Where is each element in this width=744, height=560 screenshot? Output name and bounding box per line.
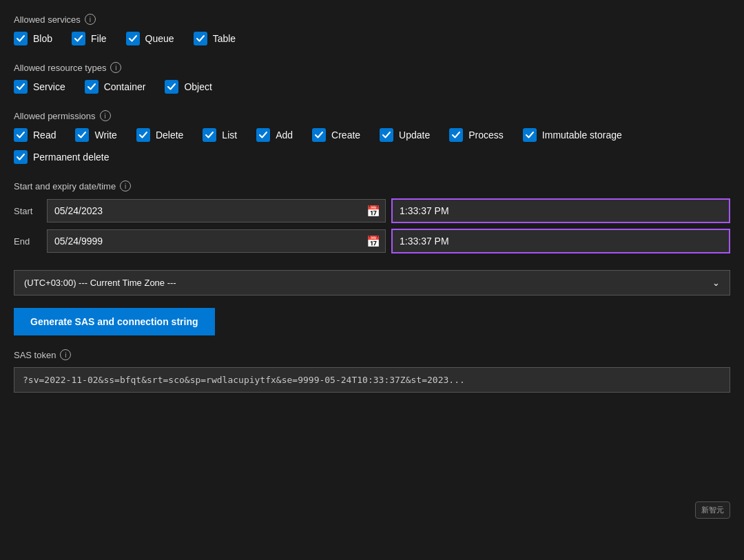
checkbox-delete-box[interactable]	[136, 128, 150, 142]
checkbox-read-label: Read	[33, 129, 56, 141]
sas-token-label: SAS token i	[14, 349, 730, 360]
checkbox-process[interactable]: Process	[449, 128, 504, 142]
end-calendar-icon[interactable]: 📅	[366, 235, 380, 248]
checkbox-file[interactable]: File	[72, 32, 107, 45]
allowed-permissions-info-icon[interactable]: i	[100, 110, 111, 121]
allowed-services-section: Allowed services i Blob File Queue Tabl	[14, 14, 730, 45]
checkbox-write-box[interactable]	[75, 128, 89, 142]
checkbox-permanent-delete[interactable]: Permanent delete	[14, 150, 110, 164]
checkbox-service-label: Service	[33, 81, 65, 92]
allowed-services-group: Blob File Queue Table	[14, 32, 730, 45]
allowed-resource-types-label: Allowed resource types i	[14, 62, 730, 73]
generate-sas-button[interactable]: Generate SAS and connection string	[14, 308, 215, 335]
checkbox-blob[interactable]: Blob	[14, 32, 52, 45]
sas-token-info-icon[interactable]: i	[60, 349, 71, 360]
checkbox-list-label: List	[222, 129, 237, 141]
checkbox-update-label: Update	[399, 129, 430, 141]
checkbox-file-box[interactable]	[72, 32, 85, 45]
checkbox-read[interactable]: Read	[14, 128, 56, 142]
checkbox-add-box[interactable]	[256, 128, 270, 142]
checkbox-update-box[interactable]	[380, 128, 393, 142]
checkbox-process-label: Process	[468, 129, 504, 141]
start-date-row: Start 📅	[14, 198, 730, 223]
end-date-wrapper: 📅	[47, 229, 386, 253]
allowed-services-label: Allowed services i	[14, 14, 730, 25]
allowed-resource-types-group: Service Container Object	[14, 80, 730, 94]
allowed-permissions-section: Allowed permissions i Read Write Delete	[14, 110, 730, 164]
start-date-wrapper: 📅	[47, 199, 386, 222]
end-date-input[interactable]	[47, 229, 386, 253]
checkbox-blob-box[interactable]	[14, 32, 28, 45]
checkbox-permanent-delete-label: Permanent delete	[33, 152, 110, 163]
checkbox-write-label: Write	[94, 129, 116, 141]
checkbox-list[interactable]: List	[203, 128, 237, 142]
checkbox-table-box[interactable]	[194, 32, 207, 45]
start-label: Start	[14, 206, 41, 216]
start-time-input[interactable]	[391, 198, 730, 223]
allowed-permissions-group: Read Write Delete List Add	[14, 128, 730, 164]
checkbox-create-label: Create	[331, 129, 360, 141]
checkbox-add-label: Add	[276, 129, 293, 141]
checkbox-file-label: File	[91, 33, 107, 44]
checkbox-queue-box[interactable]	[126, 32, 140, 45]
checkbox-create[interactable]: Create	[312, 128, 360, 142]
watermark: 新智元	[695, 501, 730, 519]
checkbox-container[interactable]: Container	[85, 80, 146, 94]
end-label: End	[14, 236, 41, 247]
end-time-input[interactable]	[391, 229, 730, 253]
checkbox-delete[interactable]: Delete	[136, 128, 183, 142]
checkbox-create-box[interactable]	[312, 128, 326, 142]
end-date-row: End 📅	[14, 229, 730, 253]
checkbox-queue[interactable]: Queue	[126, 32, 174, 45]
checkbox-delete-label: Delete	[156, 129, 183, 141]
checkbox-container-label: Container	[104, 81, 146, 92]
sas-token-section: SAS token i ?sv=2022-11-02&ss=bfqt&srt=s…	[14, 349, 730, 393]
checkbox-table[interactable]: Table	[194, 32, 236, 45]
date-time-section: Start and expiry date/time i Start 📅 End…	[14, 180, 730, 253]
checkbox-process-box[interactable]	[449, 128, 463, 142]
allowed-services-info-icon[interactable]: i	[85, 14, 96, 25]
start-date-input[interactable]	[47, 199, 386, 222]
start-calendar-icon[interactable]: 📅	[366, 205, 380, 218]
checkbox-table-label: Table	[213, 33, 236, 44]
checkbox-object[interactable]: Object	[165, 80, 211, 94]
checkbox-object-box[interactable]	[165, 80, 178, 94]
checkbox-queue-label: Queue	[145, 33, 174, 44]
checkbox-immutable-storage-label: Immutable storage	[542, 129, 622, 141]
checkbox-object-label: Object	[184, 81, 211, 92]
timezone-value: (UTC+03:00) --- Current Time Zone ---	[24, 278, 176, 288]
checkbox-add[interactable]: Add	[256, 128, 293, 142]
allowed-resource-types-info-icon[interactable]: i	[110, 62, 121, 73]
allowed-permissions-label: Allowed permissions i	[14, 110, 730, 121]
checkbox-service-box[interactable]	[14, 80, 28, 94]
allowed-resource-types-section: Allowed resource types i Service Contain…	[14, 62, 730, 94]
checkbox-service[interactable]: Service	[14, 80, 65, 94]
sas-token-value[interactable]: ?sv=2022-11-02&ss=bfqt&srt=sco&sp=rwdlac…	[14, 367, 730, 393]
checkbox-immutable-storage-box[interactable]	[523, 128, 537, 142]
date-time-info-icon[interactable]: i	[120, 180, 131, 191]
checkbox-write[interactable]: Write	[75, 128, 116, 142]
checkbox-immutable-storage[interactable]: Immutable storage	[523, 128, 622, 142]
checkbox-update[interactable]: Update	[380, 128, 430, 142]
date-time-label: Start and expiry date/time i	[14, 180, 730, 191]
timezone-select[interactable]: (UTC+03:00) --- Current Time Zone --- ⌄	[14, 270, 730, 295]
checkbox-read-box[interactable]	[14, 128, 28, 142]
chevron-down-icon: ⌄	[712, 278, 720, 288]
checkbox-permanent-delete-box[interactable]	[14, 150, 28, 164]
checkbox-list-box[interactable]	[203, 128, 216, 142]
checkbox-container-box[interactable]	[85, 80, 99, 94]
checkbox-blob-label: Blob	[33, 33, 52, 44]
